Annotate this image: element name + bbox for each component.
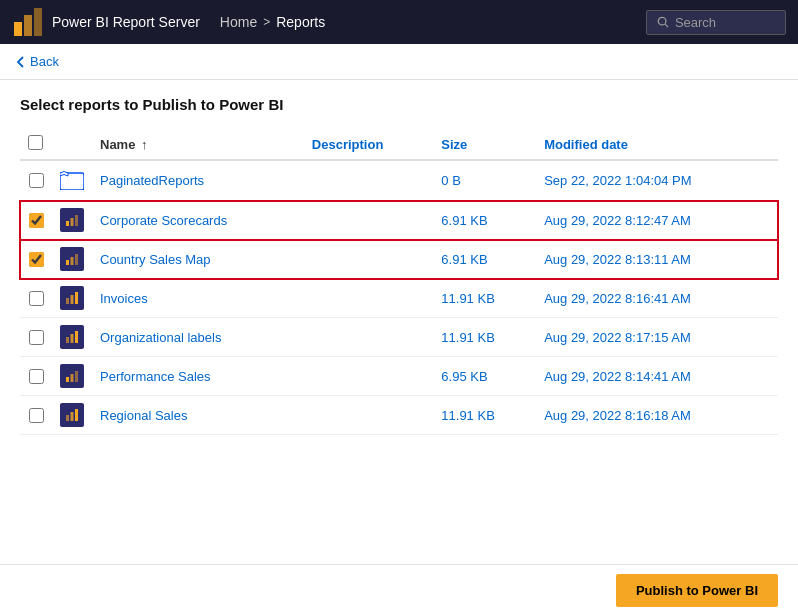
report-icon bbox=[60, 403, 84, 427]
back-chevron-icon bbox=[16, 56, 26, 68]
row-checkbox[interactable] bbox=[29, 252, 44, 267]
row-description-cell bbox=[304, 279, 433, 318]
report-name-link[interactable]: Country Sales Map bbox=[100, 252, 211, 267]
publish-power-bi-button[interactable]: Publish to Power BI bbox=[616, 574, 778, 607]
report-name-link[interactable]: Regional Sales bbox=[100, 408, 187, 423]
report-icon bbox=[60, 286, 84, 310]
select-all-header[interactable] bbox=[20, 129, 52, 160]
table-row: PaginatedReports 0 B Sep 22, 2022 1:04:0… bbox=[20, 160, 778, 201]
table-row: Performance Sales 6.95 KB Aug 29, 2022 8… bbox=[20, 357, 778, 396]
svg-rect-2 bbox=[34, 8, 42, 36]
svg-rect-18 bbox=[66, 377, 69, 382]
row-size-cell: 11.91 KB bbox=[433, 396, 536, 435]
svg-rect-22 bbox=[71, 412, 74, 421]
row-checkbox[interactable] bbox=[29, 213, 44, 228]
svg-rect-8 bbox=[75, 215, 78, 226]
row-date-cell: Sep 22, 2022 1:04:04 PM bbox=[536, 160, 778, 201]
app-header: Power BI Report Server Home > Reports bbox=[0, 0, 798, 44]
report-table: Name ↑ Description Size Modified date Pa… bbox=[20, 129, 778, 435]
svg-rect-21 bbox=[66, 415, 69, 421]
footer: Publish to Power BI bbox=[0, 564, 798, 616]
svg-rect-15 bbox=[66, 337, 69, 343]
report-icon bbox=[60, 208, 84, 232]
row-checkbox-cell bbox=[20, 201, 52, 240]
row-checkbox-cell bbox=[20, 357, 52, 396]
row-date-cell: Aug 29, 2022 8:17:15 AM bbox=[536, 318, 778, 357]
report-name-link[interactable]: Corporate Scorecards bbox=[100, 213, 227, 228]
chevron-right-icon: > bbox=[263, 15, 270, 29]
row-checkbox[interactable] bbox=[29, 291, 44, 306]
svg-rect-13 bbox=[71, 295, 74, 304]
name-header[interactable]: Name ↑ bbox=[92, 129, 304, 160]
page-title: Select reports to Publish to Power BI bbox=[20, 96, 778, 113]
svg-rect-14 bbox=[75, 292, 78, 304]
row-date-cell: Aug 29, 2022 8:16:41 AM bbox=[536, 279, 778, 318]
report-icon bbox=[60, 178, 84, 193]
row-checkbox-cell bbox=[20, 396, 52, 435]
breadcrumb: Home > Reports bbox=[220, 14, 325, 30]
report-name-link[interactable]: Performance Sales bbox=[100, 369, 211, 384]
row-date-cell: Aug 29, 2022 8:14:41 AM bbox=[536, 357, 778, 396]
svg-rect-1 bbox=[24, 15, 32, 36]
svg-rect-5 bbox=[60, 173, 84, 190]
search-icon bbox=[657, 15, 669, 29]
table-row: Country Sales Map 6.91 KB Aug 29, 2022 8… bbox=[20, 240, 778, 279]
table-row: Organizational labels 11.91 KB Aug 29, 2… bbox=[20, 318, 778, 357]
row-description-cell bbox=[304, 318, 433, 357]
row-icon-cell bbox=[52, 318, 92, 357]
svg-rect-17 bbox=[75, 331, 78, 343]
back-bar: Back bbox=[0, 44, 798, 80]
table-row: Invoices 11.91 KB Aug 29, 2022 8:16:41 A… bbox=[20, 279, 778, 318]
svg-rect-16 bbox=[71, 334, 74, 343]
row-name-cell: Corporate Scorecards bbox=[92, 201, 304, 240]
select-all-checkbox[interactable] bbox=[28, 135, 43, 150]
row-name-cell: Country Sales Map bbox=[92, 240, 304, 279]
row-date-cell: Aug 29, 2022 8:12:47 AM bbox=[536, 201, 778, 240]
row-size-cell: 6.91 KB bbox=[433, 240, 536, 279]
row-description-cell bbox=[304, 357, 433, 396]
row-name-cell: PaginatedReports bbox=[92, 160, 304, 201]
row-date-cell: Aug 29, 2022 8:16:18 AM bbox=[536, 396, 778, 435]
search-box[interactable] bbox=[646, 10, 786, 35]
table-row: Corporate Scorecards 6.91 KB Aug 29, 202… bbox=[20, 201, 778, 240]
svg-rect-0 bbox=[14, 22, 22, 36]
svg-rect-11 bbox=[75, 254, 78, 265]
row-checkbox[interactable] bbox=[29, 369, 44, 384]
row-checkbox-cell bbox=[20, 318, 52, 357]
report-table-container: Name ↑ Description Size Modified date Pa… bbox=[20, 129, 778, 435]
row-icon-cell bbox=[52, 201, 92, 240]
sort-indicator: ↑ bbox=[141, 137, 148, 152]
row-size-cell: 11.91 KB bbox=[433, 279, 536, 318]
row-size-cell: 11.91 KB bbox=[433, 318, 536, 357]
row-checkbox[interactable] bbox=[29, 408, 44, 423]
svg-rect-19 bbox=[71, 374, 74, 382]
row-icon-cell bbox=[52, 396, 92, 435]
breadcrumb-home[interactable]: Home bbox=[220, 14, 257, 30]
breadcrumb-current: Reports bbox=[276, 14, 325, 30]
row-size-cell: 0 B bbox=[433, 160, 536, 201]
table-header-row: Name ↑ Description Size Modified date bbox=[20, 129, 778, 160]
svg-rect-12 bbox=[66, 298, 69, 304]
row-icon-cell bbox=[52, 279, 92, 318]
back-link[interactable]: Back bbox=[16, 54, 782, 69]
svg-rect-20 bbox=[75, 371, 78, 382]
report-name-link[interactable]: Invoices bbox=[100, 291, 148, 306]
app-logo bbox=[12, 6, 44, 38]
row-checkbox[interactable] bbox=[29, 173, 44, 188]
svg-rect-23 bbox=[75, 409, 78, 421]
row-name-cell: Performance Sales bbox=[92, 357, 304, 396]
row-checkbox[interactable] bbox=[29, 330, 44, 345]
report-name-link[interactable]: Organizational labels bbox=[100, 330, 221, 345]
app-name: Power BI Report Server bbox=[52, 14, 200, 30]
svg-rect-6 bbox=[66, 221, 69, 226]
report-icon bbox=[60, 325, 84, 349]
modified-date-header: Modified date bbox=[536, 129, 778, 160]
row-description-cell bbox=[304, 396, 433, 435]
row-checkbox-cell bbox=[20, 160, 52, 201]
back-label: Back bbox=[30, 54, 59, 69]
svg-rect-10 bbox=[71, 257, 74, 265]
row-description-cell bbox=[304, 160, 433, 201]
row-name-cell: Invoices bbox=[92, 279, 304, 318]
report-name-link[interactable]: PaginatedReports bbox=[100, 173, 204, 188]
search-input[interactable] bbox=[675, 15, 775, 30]
